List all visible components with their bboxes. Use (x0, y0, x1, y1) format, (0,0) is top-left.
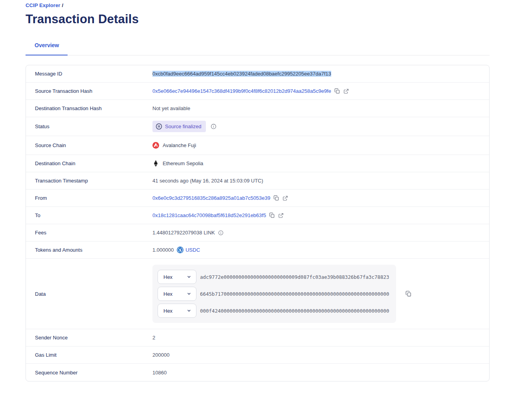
transaction-details-page: CCIP Explorer/ Transaction Details Overv… (0, 0, 532, 381)
fees-value: 1.4480127922079038 LINK (152, 230, 215, 236)
from-label: From (26, 195, 152, 201)
status-badge-text: Source finalized (165, 123, 202, 129)
from-address-link[interactable]: 0x6e0c9c3d279516835c286a8925a01ab7c5053e… (152, 195, 270, 201)
source-tx-hash-label: Source Transaction Hash (26, 88, 152, 94)
token-amount: 1.000000 (152, 247, 174, 253)
sender-nonce-value: 2 (152, 335, 155, 341)
data-box: Hex adc9772e0000000000000000000000009d08… (152, 265, 396, 323)
row-sender-nonce: Sender Nonce 2 (26, 329, 489, 346)
data-hex-value: adc9772e0000000000000000000000009d087fc0… (200, 274, 389, 280)
chevron-down-icon (187, 291, 191, 296)
dest-tx-hash-value: Not yet available (152, 105, 190, 111)
copy-icon[interactable] (273, 195, 279, 201)
chevron-down-icon (187, 275, 191, 279)
external-link-icon[interactable] (283, 195, 288, 201)
row-from: From 0x6e0c9c3d279516835c286a8925a01ab7c… (26, 190, 489, 207)
status-label: Status (26, 123, 152, 129)
row-status: Status Source finalized (26, 117, 489, 136)
row-gas-limit: Gas Limit 200000 (26, 346, 489, 364)
token-link[interactable]: $ USDC (177, 247, 200, 253)
row-source-tx-hash: Source Transaction Hash 0x5e066ec7e94496… (26, 83, 489, 100)
copy-icon[interactable] (405, 291, 412, 297)
status-badge: Source finalized (152, 121, 206, 132)
hex-format-select[interactable]: Hex (158, 304, 196, 318)
row-message-id: Message ID 0xcb0fad9eec6664ad959f145cc4e… (26, 65, 489, 83)
hex-format-label: Hex (163, 274, 172, 280)
chevron-down-icon (187, 308, 191, 313)
data-label: Data (26, 291, 152, 297)
avalanche-icon (152, 142, 159, 149)
usdc-icon: $ (177, 247, 183, 253)
breadcrumb: CCIP Explorer/ (26, 2, 532, 8)
message-id-value: 0xcb0fad9eec6664ad959f145cc4eb023924fade… (152, 71, 331, 77)
row-source-chain: Source Chain Avalanche Fuji (26, 136, 489, 155)
gas-limit-label: Gas Limit (26, 352, 152, 358)
row-sequence-number: Sequence Number 10860 (26, 364, 489, 381)
sequence-number-value: 10860 (152, 370, 167, 376)
dest-tx-hash-label: Destination Transaction Hash (26, 105, 152, 111)
hex-format-label: Hex (163, 291, 172, 297)
row-dest-chain: Destination Chain Ethereum Sepolia (26, 155, 489, 172)
tab-bar: Overview (26, 42, 490, 55)
tab-overview[interactable]: Overview (26, 42, 68, 55)
finality-progress-icon (156, 123, 162, 130)
data-line: Hex 6645b7170000000000000000000000000000… (158, 287, 391, 301)
external-link-icon[interactable] (343, 88, 349, 94)
dest-chain-value: Ethereum Sepolia (163, 160, 203, 166)
hex-format-select[interactable]: Hex (158, 270, 196, 284)
dest-chain-label: Destination Chain (26, 160, 152, 166)
fees-label: Fees (26, 230, 152, 236)
data-line: Hex adc9772e0000000000000000000000009d08… (158, 270, 391, 284)
hex-format-select[interactable]: Hex (158, 287, 196, 301)
svg-text:$: $ (179, 248, 182, 252)
row-timestamp: Transaction Timestamp 41 seconds ago (Ma… (26, 172, 489, 190)
row-dest-tx-hash: Destination Transaction Hash Not yet ava… (26, 100, 489, 117)
sequence-number-label: Sequence Number (26, 370, 152, 376)
info-icon[interactable] (211, 123, 216, 129)
row-tokens-amounts: Tokens and Amounts 1.000000 $ USDC (26, 241, 489, 259)
gas-limit-value: 200000 (152, 352, 169, 358)
to-address-link[interactable]: 0x18c1281caac64c70098baf5f618d52e291eb63… (152, 212, 266, 218)
breadcrumb-link-ccip-explorer[interactable]: CCIP Explorer (26, 2, 60, 8)
timestamp-value: 41 seconds ago (May 16, 2024 at 15:03:09… (152, 178, 263, 184)
sender-nonce-label: Sender Nonce (26, 335, 152, 341)
row-data: Data Hex adc9772e00000000000000000000000… (26, 259, 489, 329)
external-link-icon[interactable] (278, 213, 284, 218)
breadcrumb-separator: / (62, 2, 63, 8)
timestamp-label: Transaction Timestamp (26, 178, 152, 184)
details-card: Message ID 0xcb0fad9eec6664ad959f145cc4e… (26, 65, 490, 381)
copy-icon[interactable] (269, 212, 275, 218)
to-label: To (26, 212, 152, 218)
token-symbol: USDC (185, 247, 200, 253)
page-title: Transaction Details (26, 12, 532, 26)
tokens-amounts-label: Tokens and Amounts (26, 247, 152, 253)
data-hex-value: 6645b71700000000000000000000000000000000… (200, 291, 389, 297)
message-id-label: Message ID (26, 71, 152, 77)
source-chain-value: Avalanche Fuji (163, 142, 196, 148)
hex-format-label: Hex (163, 308, 172, 314)
copy-icon[interactable] (334, 88, 340, 94)
ethereum-icon (152, 160, 159, 167)
data-line: Hex 000f42400000000000000000000000000000… (158, 304, 391, 318)
source-tx-hash-link[interactable]: 0x5e066ec7e94496e1547c368df4199b9f0c4f8f… (152, 88, 331, 94)
data-hex-value: 000f424000000000000000000000000000000000… (200, 308, 389, 314)
row-to: To 0x18c1281caac64c70098baf5f618d52e291e… (26, 207, 489, 224)
row-fees: Fees 1.4480127922079038 LINK (26, 224, 489, 241)
source-chain-label: Source Chain (26, 142, 152, 148)
info-icon[interactable] (218, 230, 224, 236)
